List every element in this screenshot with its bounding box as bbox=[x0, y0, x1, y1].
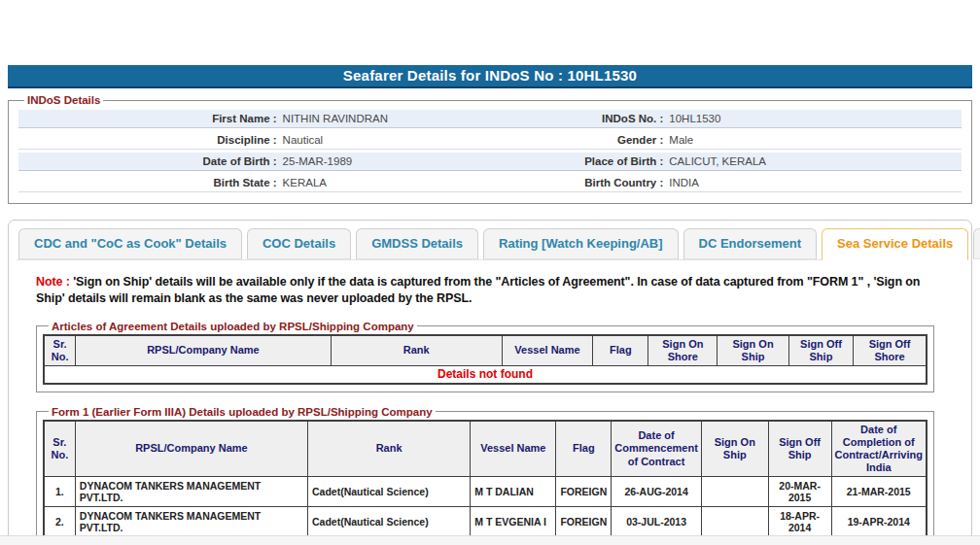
tab-gmdss-details[interactable]: GMDSS Details bbox=[356, 228, 478, 259]
col-sign-off-shore: Sign Off Shore bbox=[854, 335, 927, 366]
articles-of-agreement-table: Sr. No. RPSL/Company Name Rank Vessel Na… bbox=[43, 334, 928, 385]
table-header-row: Sr. No. RPSL/Company Name Rank Vessel Na… bbox=[44, 335, 927, 366]
table-row: 2. DYNACOM TANKERS MANAGEMENT PVT.LTD. C… bbox=[44, 507, 927, 538]
field-label: Birth State : bbox=[18, 177, 283, 188]
details-not-found-message: Details not found bbox=[44, 366, 927, 384]
tab-coc-details[interactable]: COC Details bbox=[247, 228, 351, 259]
col-rpsl-company-name: RPSL/Company Name bbox=[76, 335, 331, 366]
field-place-of-birth: Place of Birth : CALICUT, KERALA bbox=[490, 153, 962, 171]
page-title: Seafarer Details for INDoS No : 10HL1530 bbox=[8, 65, 972, 88]
col-sign-on-shore: Sign On Shore bbox=[648, 335, 718, 366]
form1-table: Sr. No. RPSL/Company Name Rank Vessel Na… bbox=[43, 420, 928, 539]
col-sign-off-ship: Sign Off Ship bbox=[788, 335, 853, 366]
field-indos-no: INDoS No. : 10HL1530 bbox=[490, 110, 962, 128]
col-sr-no: Sr. No. bbox=[44, 421, 75, 477]
field-birth-state: Birth State : KERALA bbox=[18, 174, 490, 192]
cell-sign-on-ship bbox=[701, 477, 768, 507]
sign-on-ship-note: Note : 'Sign on Ship' details will be av… bbox=[17, 260, 963, 307]
col-sr-no: Sr. No. bbox=[44, 335, 76, 366]
tab-rating-watch-keeping-ab[interactable]: Rating [Watch Keeping/AB] bbox=[483, 228, 679, 259]
cell-company: DYNACOM TANKERS MANAGEMENT PVT.LTD. bbox=[75, 507, 307, 538]
field-value: Male bbox=[669, 134, 693, 146]
cell-rank: Cadet(Nautical Science) bbox=[308, 477, 471, 507]
form1-legend: Form 1 (Earlier Form IIIA) Details uploa… bbox=[49, 406, 436, 418]
tab-cdc-coc-as-cook-details[interactable]: CDC and "CoC as Cook" Details bbox=[18, 228, 242, 259]
cell-rank: Cadet(Nautical Science) bbox=[308, 507, 471, 538]
tab-dc-endorsement[interactable]: DC Endorsement bbox=[683, 228, 817, 259]
field-discipline: Discipline : Nautical bbox=[18, 131, 490, 150]
field-label: Date of Birth : bbox=[18, 155, 283, 167]
col-rank: Rank bbox=[308, 421, 471, 477]
col-vessel-name: Vessel Name bbox=[471, 421, 556, 477]
field-value: Nautical bbox=[283, 134, 324, 146]
horizontal-scrollbar-track[interactable] bbox=[0, 535, 980, 545]
field-value: CALICUT, KERALA bbox=[669, 155, 766, 167]
field-value: 25-MAR-1989 bbox=[283, 155, 353, 167]
cell-company: DYNACOM TANKERS MANAGEMENT PVT.LTD. bbox=[75, 477, 307, 507]
form1-section: Form 1 (Earlier Form IIIA) Details uploa… bbox=[36, 406, 934, 545]
field-value: 10HL1530 bbox=[669, 113, 720, 124]
field-label: Birth Country : bbox=[490, 177, 669, 188]
cell-vessel: M T DALIAN bbox=[471, 477, 556, 507]
indos-details-section: INDoS Details First Name : NITHIN RAVIND… bbox=[8, 94, 972, 204]
cell-commencement-date: 26-AUG-2014 bbox=[612, 477, 702, 507]
field-date-of-birth: Date of Birth : 25-MAR-1989 bbox=[18, 153, 490, 171]
note-text: 'Sign on Ship' details will be available… bbox=[36, 275, 920, 305]
field-value: INDIA bbox=[669, 177, 699, 188]
cell-commencement-date: 03-JUL-2013 bbox=[612, 507, 702, 538]
tab-bar: CDC and "CoC as Cook" Details COC Detail… bbox=[17, 228, 963, 260]
table-header-row: Sr. No. RPSL/Company Name Rank Vessel Na… bbox=[44, 421, 927, 477]
table-row: 1. DYNACOM TANKERS MANAGEMENT PVT.LTD. C… bbox=[44, 477, 927, 507]
field-label: Discipline : bbox=[18, 134, 283, 146]
field-label: Place of Birth : bbox=[490, 155, 669, 167]
field-value: NITHIN RAVINDRAN bbox=[283, 113, 388, 124]
col-sign-off-ship: Sign Off Ship bbox=[768, 421, 831, 477]
articles-of-agreement-legend: Articles of Agreement Details uploaded b… bbox=[49, 321, 417, 332]
tab-training-details[interactable]: Training Details bbox=[973, 228, 980, 259]
col-rank: Rank bbox=[331, 335, 502, 366]
cell-completion-date: 19-APR-2014 bbox=[831, 507, 927, 538]
field-value: KERALA bbox=[283, 177, 327, 188]
field-birth-country: Birth Country : INDIA bbox=[490, 174, 962, 192]
col-sign-on-ship: Sign On Ship bbox=[701, 421, 768, 477]
col-flag: Flag bbox=[556, 421, 612, 477]
field-label: INDoS No. : bbox=[490, 113, 669, 124]
empty-message-row: Details not found bbox=[44, 366, 927, 384]
cell-flag: FOREIGN bbox=[556, 477, 612, 507]
cell-completion-date: 21-MAR-2015 bbox=[831, 477, 927, 507]
cell-sr-no: 1. bbox=[44, 477, 75, 507]
col-flag: Flag bbox=[593, 335, 648, 366]
field-label: Gender : bbox=[490, 134, 669, 146]
cell-sign-off-ship: 18-APR-2014 bbox=[768, 507, 831, 538]
cell-flag: FOREIGN bbox=[556, 507, 612, 538]
field-first-name: First Name : NITHIN RAVINDRAN bbox=[18, 110, 490, 128]
note-prefix: Note : bbox=[36, 275, 70, 289]
indos-details-legend: INDoS Details bbox=[24, 94, 103, 106]
col-vessel-name: Vessel Name bbox=[502, 335, 593, 366]
col-date-of-commencement: Date of Commencement of Contract bbox=[612, 421, 702, 477]
col-sign-on-ship: Sign On Ship bbox=[718, 335, 789, 366]
col-rpsl-company-name: RPSL/Company Name bbox=[75, 421, 307, 477]
cell-vessel: M T EVGENIA I bbox=[471, 507, 556, 538]
details-column-right: INDoS No. : 10HL1530 Gender : Male Place… bbox=[490, 110, 962, 195]
cell-sign-off-ship: 20-MAR-2015 bbox=[768, 477, 831, 507]
tab-sea-service-details[interactable]: Sea Service Details bbox=[822, 228, 968, 260]
sea-service-tab-panel: CDC and "CoC as Cook" Details COC Detail… bbox=[8, 220, 972, 545]
details-column-left: First Name : NITHIN RAVINDRAN Discipline… bbox=[18, 110, 490, 195]
cell-sr-no: 2. bbox=[44, 507, 75, 538]
details-grid: First Name : NITHIN RAVINDRAN Discipline… bbox=[18, 110, 962, 195]
articles-of-agreement-section: Articles of Agreement Details uploaded b… bbox=[36, 321, 934, 392]
col-date-of-completion: Date of Completion of Contract/Arriving … bbox=[831, 421, 927, 477]
field-label: First Name : bbox=[18, 113, 283, 124]
field-gender: Gender : Male bbox=[490, 131, 962, 150]
cell-sign-on-ship bbox=[701, 507, 768, 538]
